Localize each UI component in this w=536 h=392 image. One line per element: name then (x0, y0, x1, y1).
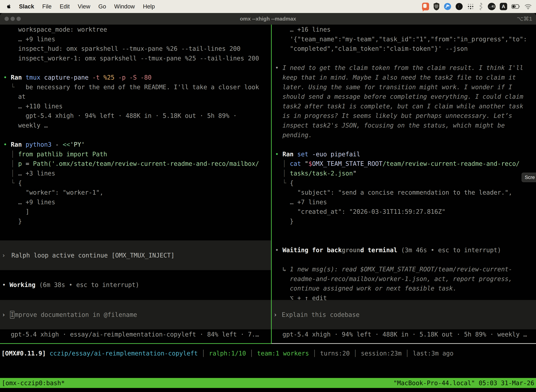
terminal-line: '{"team_name":"my-team","task_id":"1","f… (275, 34, 536, 44)
chevron-prompt-icon: › (2, 252, 5, 259)
terminal-line: keep that in mind. Maybe I also need the… (275, 73, 536, 82)
terminal-line: … +16 lines (275, 25, 536, 34)
terminal-line: └ { (3, 178, 271, 188)
screen: { "menu_bar": { "app": "Slack", "items":… (0, 0, 536, 392)
assistant-a-icon[interactable]: A (500, 3, 507, 10)
overlay-label: Scre (525, 175, 535, 180)
agent-status-left: gpt-5.4 xhigh · essay/ai-reimplementatio… (3, 330, 259, 339)
terminal-line: "created_at": "2026-03-31T11:59:27.816Z" (275, 207, 536, 217)
inject-banner-text: Ralph loop active continue [OMX_TMUX_INJ… (11, 252, 174, 259)
terminal-line (275, 226, 536, 236)
terminal-line (3, 63, 271, 73)
terminal-line: should send a message before completing … (275, 92, 536, 102)
inject-banner: ›Ralph loop active continue [OMX_TMUX_IN… (0, 240, 271, 270)
prompt-placeholder: mprove documentation in @filename (15, 311, 137, 318)
prompt-placeholder: Explain this codebase (282, 311, 360, 318)
terminal-line: inspect_worker-1: omx sparkshell --tmux-… (3, 54, 271, 63)
terminal-line: │ p = Path('.omx/state/team/review-curre… (3, 159, 271, 169)
terminal-line: at (3, 92, 271, 102)
terminal-line: … +7 lines (275, 197, 536, 207)
terminal-line: gpt-5.4 xhigh · 94% left · 488K in · 5.1… (3, 111, 271, 121)
terminal-line (275, 54, 536, 63)
terminal-line: │ from pathlib import Path (3, 149, 271, 159)
terminal-line: inspect task2's JSON, focusing on the st… (275, 121, 536, 130)
tmux-host-time-label: "MacBook-Pro-44.local" 05:03 31-Mar-26 (393, 379, 534, 387)
tmux-session-label: [omx-cczip0:bash* (2, 379, 65, 387)
terminal-line: ↳ 1 new msg(s): read $OMX_TEAM_STATE_ROO… (275, 265, 536, 274)
omx-status-line: [OMX#0.11.9] cczip/essay/ai-reimplementa… (1, 348, 454, 358)
chevron-prompt-icon: › (273, 311, 277, 318)
terminal-line: └ { (275, 178, 536, 188)
terminal-line: … +110 lines (3, 102, 271, 111)
shield-grid-icon[interactable] (433, 3, 440, 10)
menu-help[interactable]: Help (143, 3, 155, 10)
terminal-line: • I need to get the claim token from the… (275, 63, 536, 73)
menu-window[interactable]: Window (114, 3, 135, 10)
terminal-line: } (275, 217, 536, 226)
terminal-line: ⌥ + ↑ edit (275, 293, 536, 303)
tmux-status-bar: [omx-cczip0:bash* "MacBook-Pro-44.local"… (0, 378, 536, 388)
terminal-line: task2 after task1 is complete, but can I… (275, 102, 536, 111)
pulse-icon[interactable] (444, 3, 451, 10)
terminal-line (275, 255, 536, 265)
terminal-line: ] (3, 207, 271, 217)
battery-icon[interactable] (511, 4, 520, 9)
terminal-line: later. Using the same for transition mig… (275, 82, 536, 92)
menu-edit[interactable]: Edit (60, 3, 70, 10)
window-title-bar: omx --xhigh --madmax ⌥⌘1 (0, 13, 536, 25)
working-line: • Working (6m 38s • esc to interrupt) (2, 280, 139, 290)
terminal-line: … +9 lines (3, 197, 271, 207)
macos-menu-bar: Slack File Edit View Go Window Help ..61… (0, 0, 536, 13)
terminal-line: continue assigned work or next feasible … (275, 284, 536, 293)
terminal-line (275, 140, 536, 149)
terminal-line: • Ran python3 - <<'PY' (3, 140, 271, 149)
terminal-line (275, 236, 536, 245)
menu-view[interactable]: View (78, 3, 90, 10)
terminal-line: pending. (275, 130, 536, 140)
terminal-line: } (3, 217, 271, 226)
terminal-line: inspect_hud: omx sparkshell --tmux-pane … (3, 44, 271, 54)
menu-go[interactable]: Go (98, 3, 106, 10)
terminal-line: weekly … (3, 121, 271, 130)
terminal-line: • Waiting for background terminal (3m 46… (275, 245, 536, 255)
chevron-prompt-icon: › (2, 311, 5, 318)
prompt-input-left[interactable]: ›Improve documentation in @filename (0, 300, 271, 329)
terminal-line: │ tasks/task-2.json" (275, 169, 536, 178)
terminal-line: "completed","claim_token":"claim-token"}… (275, 44, 536, 54)
active-pane-border (0, 343, 272, 344)
moon-icon[interactable] (455, 3, 463, 10)
terminal-line: is in progress? It seems likely but perh… (275, 111, 536, 121)
apple-menu-icon[interactable] (6, 4, 11, 9)
window-title: omx --xhigh --madmax (0, 13, 536, 25)
terminal-line: … +9 lines (3, 34, 271, 44)
terminal-line: │ … +3 lines (3, 169, 271, 178)
inactive-pane-border (272, 343, 536, 344)
dots-grid-icon[interactable] (467, 3, 474, 10)
terminal-line: readme-and-reco/mailbox/worker-1.json, a… (275, 274, 536, 284)
chat-app-icon[interactable] (422, 3, 429, 10)
screen-edge-overlay-button[interactable]: Scre (522, 173, 536, 182)
text-cursor: I (10, 311, 14, 319)
wifi-icon[interactable] (524, 4, 532, 9)
badge-61-icon[interactable]: ..61 (488, 3, 496, 10)
menu-app-name[interactable]: Slack (19, 3, 34, 10)
terminal-line (3, 130, 271, 140)
terminal-line: │ cat "$OMX_TEAM_STATE_ROOT/team/review-… (275, 159, 536, 169)
prompt-input-right[interactable]: ›Explain this codebase (272, 300, 536, 329)
terminal-pane-left[interactable]: ›Ralph loop active continue [OMX_TMUX_IN… (0, 25, 271, 392)
hook-icon[interactable] (478, 3, 483, 10)
agent-status-right: gpt-5.4 xhigh · 94% left · 488K in · 5.1… (275, 330, 527, 339)
window-shortcut-hint: ⌥⌘1 (517, 13, 532, 25)
terminal-line: • Ran tmux capture-pane -t %25 -p -S -80 (3, 73, 271, 82)
terminal-line: └ be necessary for the end of the README… (3, 82, 271, 92)
terminal-pane-right[interactable]: ›Explain this codebase gpt-5.4 xhigh · 9… (272, 25, 536, 392)
terminal-line: workspace_mode: worktree (3, 25, 271, 34)
terminal-line: "subject": "send a concise recommendatio… (275, 188, 536, 197)
terminal-line: "worker": "worker-1", (3, 188, 271, 197)
menu-file[interactable]: File (42, 3, 52, 10)
terminal-content: ›Ralph loop active continue [OMX_TMUX_IN… (0, 25, 536, 392)
terminal-window: omx --xhigh --madmax ⌥⌘1 ›Ralph loop act… (0, 13, 536, 392)
terminal-line: • Ran set -euo pipefail (275, 149, 536, 159)
